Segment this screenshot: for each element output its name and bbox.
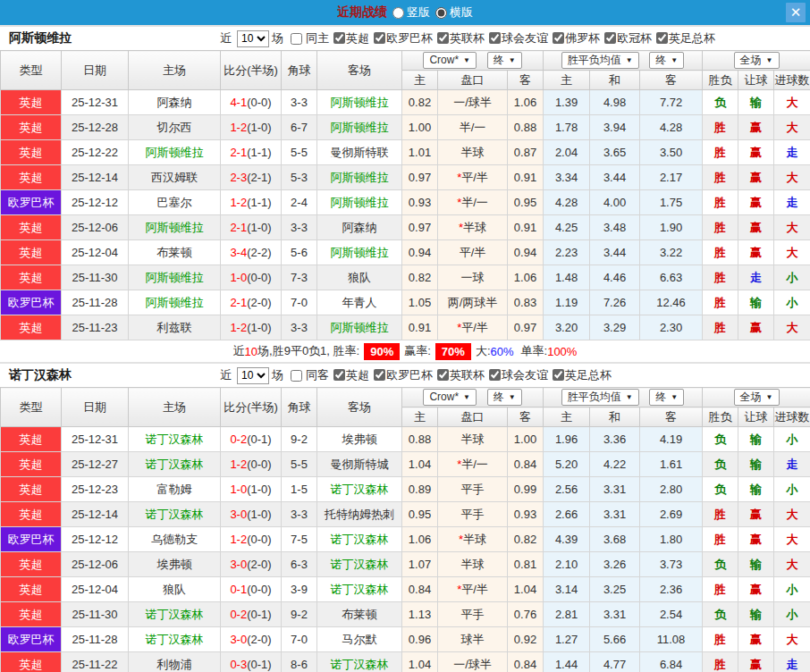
match-date: 25-12-14 (62, 165, 129, 190)
match-date: 25-12-06 (62, 552, 129, 577)
avg-home-odds: 3.20 (544, 315, 590, 340)
league-checkbox-input[interactable] (437, 369, 449, 381)
handicap-line: 一球 (438, 265, 508, 290)
match-date: 25-11-28 (62, 290, 129, 315)
home-team: 巴塞尔 (129, 190, 221, 215)
match-score: 1-2(1-0) (221, 315, 282, 340)
final-odds-dropdown[interactable]: 终▼ (487, 389, 522, 406)
league-checkbox[interactable]: 英超 (329, 30, 369, 46)
result-handicap: 赢 (738, 627, 774, 652)
match-date: 25-12-12 (62, 190, 129, 215)
handicap-line: 平/半 (438, 240, 508, 265)
avg-odds-dropdown[interactable]: 胜平负均值▼ (561, 389, 639, 406)
match-date: 25-12-04 (62, 577, 129, 602)
league-checkbox-input[interactable] (553, 32, 564, 44)
league-checkbox[interactable]: 英超 (329, 367, 369, 383)
final-odds-dropdown-2[interactable]: 终▼ (649, 52, 684, 69)
corner-score: 7-5 (282, 527, 317, 552)
layout-radio-horizontal[interactable]: 横版 (435, 4, 473, 21)
match-score: 0-2(0-1) (221, 427, 282, 452)
chevron-down-icon: ▼ (671, 393, 678, 401)
league-badge: 英超 (1, 315, 62, 340)
team-name: 阿斯顿维拉 (0, 30, 220, 46)
league-checkbox[interactable]: 球会友谊 (485, 30, 548, 46)
crow-home-odds: 0.91 (402, 315, 438, 340)
league-checkbox-input[interactable] (333, 369, 345, 381)
result-winloss: 胜 (703, 265, 738, 290)
corner-score: 5-6 (282, 240, 317, 265)
same-venue-checkbox[interactable]: 同客 (283, 367, 329, 383)
home-team: 诺丁汉森林 (129, 627, 221, 652)
league-checkbox-input[interactable] (656, 32, 668, 44)
league-checkbox-input[interactable] (489, 369, 501, 381)
home-team: 布莱顿 (129, 240, 221, 265)
match-row: 欧罗巴杯 25-11-28 阿斯顿维拉 2-1(2-0) 7-0 年青人 1.0… (1, 290, 810, 315)
league-checkbox[interactable]: 英足总杯 (548, 367, 612, 383)
record-summary: 近10场,胜9平0负1, 胜率: 90% 赢率: 70% 大:60% 单率:10… (0, 340, 810, 362)
result-winloss: 胜 (703, 115, 738, 140)
home-team: 利物浦 (129, 652, 221, 672)
crow-away-odds: 0.76 (508, 602, 544, 627)
vertical-radio-input[interactable] (392, 7, 404, 19)
league-checkbox-input[interactable] (437, 32, 449, 44)
avg-draw-odds: 3.48 (590, 215, 640, 240)
col-header-home: 主场 (129, 51, 221, 90)
avg-draw-odds: 3.31 (590, 602, 640, 627)
league-checkbox-input[interactable] (553, 369, 564, 381)
league-checkbox-input[interactable] (374, 369, 385, 381)
result-winloss: 胜 (703, 190, 738, 215)
crow-away-odds: 0.93 (508, 502, 544, 527)
recent-count-select[interactable]: 10 (237, 367, 269, 384)
match-row: 英超 25-11-23 利兹联 1-2(1-0) 3-3 阿斯顿维拉 0.91 … (1, 315, 810, 340)
result-handicap: 赢 (738, 315, 774, 340)
league-checkbox[interactable]: 佛罗杯 (548, 30, 600, 46)
sub-header-home-odds: 主 (402, 407, 438, 427)
league-checkbox[interactable]: 欧冠杯 (600, 30, 652, 46)
col-header-date: 日期 (62, 388, 129, 427)
horizontal-radio-input[interactable] (435, 7, 447, 19)
corner-score: 5-5 (282, 452, 317, 477)
league-checkbox[interactable]: 球会友谊 (485, 367, 548, 383)
final-odds-dropdown-2[interactable]: 终▼ (649, 389, 684, 406)
same-venue-checkbox-input[interactable] (291, 370, 302, 382)
league-checkbox-input[interactable] (604, 32, 616, 44)
league-checkbox[interactable]: 欧罗巴杯 (369, 367, 433, 383)
league-badge: 欧罗巴杯 (1, 527, 62, 552)
away-team: 阿斯顿维拉 (317, 165, 402, 190)
league-checkbox[interactable]: 欧罗巴杯 (369, 30, 433, 46)
league-checkbox-input[interactable] (374, 32, 385, 44)
league-checkbox-input[interactable] (489, 32, 501, 44)
crow-home-odds: 1.05 (402, 290, 438, 315)
crow-away-odds: 0.97 (508, 315, 544, 340)
section-header-villa: 阿斯顿维拉 近 10 场 同主 英超欧罗巴杯英联杯球会友谊佛罗杯欧冠杯英足总杯 (0, 25, 810, 50)
bookmaker-dropdown[interactable]: Crow*▼ (423, 389, 477, 406)
away-team: 阿森纳 (317, 215, 402, 240)
home-team: 阿斯顿维拉 (129, 265, 221, 290)
avg-odds-dropdown[interactable]: 胜平负均值▼ (561, 52, 639, 69)
results-table-villa: 类型 日期 主场 比分(半场) 角球 客场 Crow*▼ 终▼ 胜平负均值▼ 终… (0, 50, 810, 340)
home-team: 富勒姆 (129, 477, 221, 502)
recent-count-select[interactable]: 10 (237, 30, 269, 47)
avg-away-odds: 6.84 (640, 652, 703, 672)
result-handicap: 输 (738, 427, 774, 452)
crow-home-odds: 0.89 (402, 477, 438, 502)
crow-home-odds: 0.84 (402, 577, 438, 602)
same-venue-checkbox[interactable]: 同主 (283, 30, 329, 46)
league-checkbox[interactable]: 英足总杯 (652, 30, 715, 46)
match-row: 英超 25-11-30 诺丁汉森林 0-2(0-1) 9-2 布莱顿 1.13 … (1, 602, 810, 627)
fulltime-dropdown[interactable]: 全场▼ (734, 389, 780, 406)
league-checkbox[interactable]: 英联杯 (433, 30, 485, 46)
avg-draw-odds: 3.26 (590, 552, 640, 577)
crow-away-odds: 0.91 (508, 215, 544, 240)
final-odds-dropdown[interactable]: 终▼ (487, 52, 522, 69)
close-icon[interactable]: ✕ (786, 3, 806, 22)
bookmaker-dropdown[interactable]: Crow*▼ (423, 52, 477, 69)
same-venue-checkbox-input[interactable] (291, 33, 302, 45)
fulltime-dropdown[interactable]: 全场▼ (734, 52, 780, 69)
league-checkbox-input[interactable] (333, 32, 345, 44)
league-checkbox[interactable]: 英联杯 (433, 367, 485, 383)
layout-radio-vertical[interactable]: 竖版 (392, 4, 430, 21)
league-badge: 英超 (1, 427, 62, 452)
sub-header-avg-away: 客 (640, 71, 703, 90)
match-score: 1-2(0-0) (221, 452, 282, 477)
